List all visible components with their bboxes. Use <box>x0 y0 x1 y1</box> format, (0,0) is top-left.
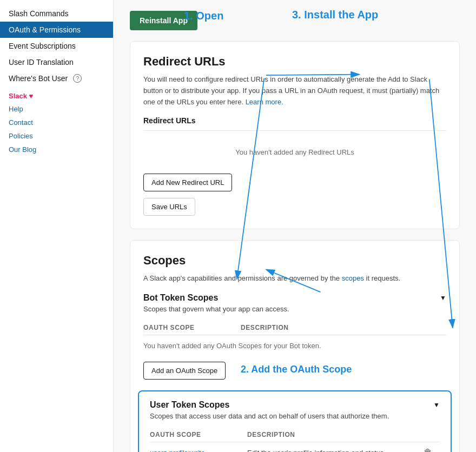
annotation-add-scope: 2. Add the OAuth Scope <box>241 364 352 375</box>
sidebar-item-oauth-permissions[interactable]: OAuth & Permissions <box>0 22 113 38</box>
sidebar-item-slash-commands[interactable]: Slash Commands <box>0 5 113 22</box>
scope-name-users-profile-write[interactable]: users.profile:write <box>150 449 247 452</box>
bot-token-scopes-section: Bot Token Scopes ▼ Scopes that govern wh… <box>143 293 446 380</box>
user-token-scopes-header: User Token Scopes ▼ <box>150 400 440 410</box>
redirect-urls-empty-state: You haven't added any Redirect URLs <box>143 139 446 165</box>
learn-more-link[interactable]: Learn more. <box>246 98 283 106</box>
user-token-scopes-section: User Token Scopes ▼ Scopes that access u… <box>138 390 452 452</box>
sidebar-link-our-blog[interactable]: Our Blog <box>0 143 113 156</box>
annotation-install: 3. Install the App <box>292 9 378 21</box>
question-icon: ? <box>73 74 82 83</box>
col-description-header: Description <box>241 324 430 331</box>
bot-scopes-table-header: OAuth Scope Description <box>143 321 446 335</box>
chevron-down-icon-user[interactable]: ▼ <box>433 401 440 409</box>
user-col-oauth-scope-header: OAuth Scope <box>150 431 247 438</box>
sidebar: Slash Commands OAuth & Permissions Event… <box>0 0 114 452</box>
sidebar-item-label: Event Subscriptions <box>9 42 76 50</box>
add-oauth-scope-area: Add an OAuth Scope 2. Add the OAuth Scop… <box>143 362 446 380</box>
user-col-description-header: Description <box>247 431 424 438</box>
save-urls-button[interactable]: Save URLs <box>143 198 195 216</box>
scope-desc-users-profile-write: Edit the user's profile information and … <box>247 449 424 452</box>
user-scopes-table-header: OAuth Scope Description <box>150 428 440 442</box>
redirect-urls-description: You will need to configure redirect URLs… <box>143 74 446 108</box>
user-token-scopes-subtitle: Scopes that access user data and act on … <box>150 412 440 420</box>
sidebar-item-event-subscriptions[interactable]: Event Subscriptions <box>0 38 113 54</box>
add-new-redirect-url-button[interactable]: Add New Redirect URL <box>143 174 232 191</box>
top-bar: Reinstall App 1. Open 3. Install the App <box>130 11 460 30</box>
slack-brand-label: Slack ♥ <box>0 87 113 102</box>
main-content: Reinstall App 1. Open 3. Install the App… <box>114 0 476 452</box>
delete-scope-icon[interactable]: 🗑 <box>424 448 440 452</box>
bot-scopes-empty-state: You haven't added any OAuth Scopes for y… <box>143 335 446 356</box>
scope-row-users-profile-write: users.profile:write Edit the user's prof… <box>150 442 440 452</box>
sidebar-item-label: Where's Bot User <box>9 74 68 83</box>
redirect-urls-card: Redirect URLs You will need to configure… <box>130 41 460 229</box>
col-oauth-scope-header: OAuth Scope <box>143 324 241 331</box>
add-oauth-scope-button[interactable]: Add an OAuth Scope <box>143 362 226 380</box>
scopes-description: A Slack app's capabilities and permissio… <box>143 273 446 284</box>
sidebar-item-label: OAuth & Permissions <box>9 25 81 34</box>
scopes-card: Scopes A Slack app's capabilities and pe… <box>130 240 460 452</box>
sidebar-item-wheres-bot-user[interactable]: Where's Bot User ? <box>0 70 113 87</box>
reinstall-app-button[interactable]: Reinstall App <box>130 11 197 30</box>
scopes-title: Scopes <box>143 254 446 268</box>
sidebar-link-policies[interactable]: Policies <box>0 129 113 143</box>
sidebar-link-help[interactable]: Help <box>0 102 113 116</box>
sidebar-item-user-id-translation[interactable]: User ID Translation <box>0 54 113 70</box>
scopes-link[interactable]: scopes <box>342 274 364 282</box>
sidebar-item-label: Slash Commands <box>9 9 69 18</box>
bot-token-scopes-header: Bot Token Scopes ▼ <box>143 293 446 303</box>
bot-token-scopes-title: Bot Token Scopes <box>143 293 218 303</box>
chevron-down-icon[interactable]: ▼ <box>440 294 446 302</box>
redirect-urls-section-label: Redirect URLs <box>143 116 446 131</box>
sidebar-link-contact[interactable]: Contact <box>0 116 113 129</box>
sidebar-item-label: User ID Translation <box>9 58 74 67</box>
user-token-scopes-title: User Token Scopes <box>150 400 229 410</box>
redirect-urls-title: Redirect URLs <box>143 55 446 69</box>
bot-token-scopes-subtitle: Scopes that govern what your app can acc… <box>143 305 446 313</box>
